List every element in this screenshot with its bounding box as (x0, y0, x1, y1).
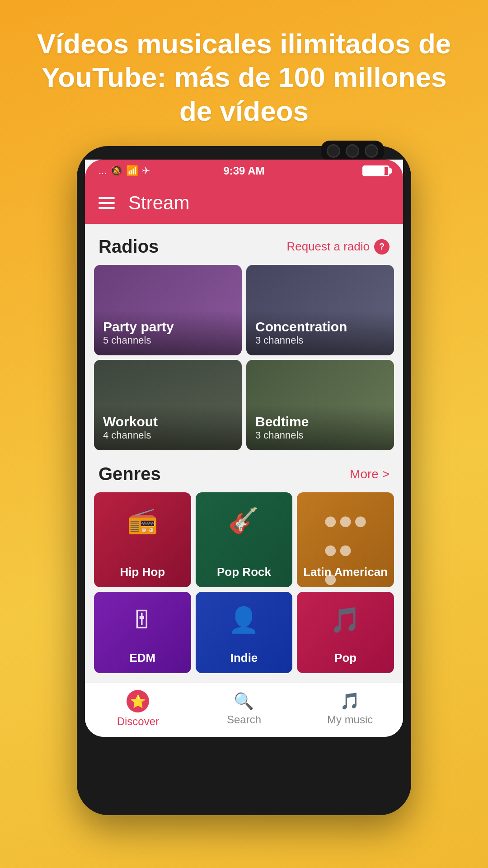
radios-title: Radios (99, 236, 159, 257)
genre-card-indie[interactable]: 👤 Indie (196, 592, 293, 673)
radio-card-party[interactable]: Party party 5 channels (94, 265, 242, 355)
radio-card-workout-channels: 4 channels (103, 429, 233, 441)
discover-icon: ⭐ (130, 694, 146, 709)
airplane-icon: ✈ (142, 165, 150, 177)
camera-lens-3 (365, 144, 378, 158)
app-header: Stream (85, 182, 403, 224)
help-icon: ? (374, 239, 389, 255)
genre-card-poprock[interactable]: 🎸 Pop Rock (196, 492, 293, 587)
mymusic-label: My music (327, 713, 373, 726)
hamburger-line-1 (99, 197, 115, 199)
genre-card-latin[interactable]: ●●●●●● Latin American (297, 492, 394, 587)
genre-card-pop[interactable]: 🎵 Pop (297, 592, 394, 673)
radio-card-bedtime-channels: 3 channels (255, 429, 385, 441)
hiphop-label: Hip Hop (120, 565, 165, 579)
hamburger-line-3 (99, 207, 115, 209)
battery-icon (362, 165, 389, 176)
discover-label: Discover (117, 715, 159, 728)
search-label: Search (227, 713, 261, 726)
radio-card-concentration-channels: 3 channels (255, 335, 385, 346)
edm-icon: 🎚 (130, 605, 155, 634)
radios-section-header: Radios Request a radio ? (85, 224, 403, 265)
genre-card-edm[interactable]: 🎚 EDM (94, 592, 191, 673)
status-dots: ... (99, 165, 107, 177)
status-bar: ... 🔕 📶 ✈ 9:39 AM (85, 160, 403, 182)
camera-bump (321, 141, 384, 161)
request-radio-label: Request a radio (286, 240, 370, 254)
radio-card-bedtime-label: Bedtime 3 channels (246, 405, 394, 450)
poprock-icon: 🎸 (228, 506, 259, 535)
genres-title: Genres (99, 464, 161, 484)
camera-lens-1 (327, 144, 340, 158)
genres-section-header: Genres More > (85, 459, 403, 492)
discover-icon-wrap: ⭐ (127, 690, 149, 712)
promo-headline: Vídeos musicales ilimitados de YouTube: … (0, 0, 488, 146)
radio-card-workout-name: Workout (103, 414, 233, 429)
app-title: Stream (128, 192, 189, 214)
bottom-nav: ⭐ Discover 🔍 Search 🎵 My music (85, 682, 403, 737)
app-body: Radios Request a radio ? Party party 5 c… (85, 224, 403, 682)
nav-item-discover[interactable]: ⭐ Discover (111, 690, 165, 728)
mute-icon: 🔕 (110, 165, 122, 177)
hamburger-line-2 (99, 202, 115, 204)
phone-frame: ... 🔕 📶 ✈ 9:39 AM Stream (77, 146, 411, 815)
hiphop-icon: 📻 (127, 506, 158, 535)
wifi-icon: 📶 (126, 165, 138, 177)
radio-card-bedtime[interactable]: Bedtime 3 channels (246, 360, 394, 450)
radio-card-workout-label: Workout 4 channels (94, 405, 242, 450)
radio-card-party-name: Party party (103, 319, 233, 335)
genres-more-link[interactable]: More > (350, 467, 389, 481)
battery-fill (364, 167, 385, 175)
search-icon: 🔍 (234, 692, 254, 711)
radio-card-workout[interactable]: Workout 4 channels (94, 360, 242, 450)
indie-label: Indie (230, 651, 258, 665)
radio-card-concentration-name: Concentration (255, 319, 385, 335)
radio-card-party-label: Party party 5 channels (94, 310, 242, 355)
radio-card-concentration[interactable]: Concentration 3 channels (246, 265, 394, 355)
genre-grid: 📻 Hip Hop 🎸 Pop Rock ●●●●●● Latin Americ… (85, 492, 403, 678)
radio-card-party-channels: 5 channels (103, 335, 233, 346)
pop-icon: 🎵 (330, 605, 361, 635)
nav-item-mymusic[interactable]: 🎵 My music (323, 692, 377, 726)
latin-label: Latin American (303, 565, 388, 579)
camera-lens-2 (346, 144, 359, 158)
pop-label: Pop (334, 651, 357, 665)
status-icons-right (362, 165, 389, 176)
menu-button[interactable] (99, 197, 115, 209)
request-radio-button[interactable]: Request a radio ? (286, 239, 389, 255)
radio-grid: Party party 5 channels Concentration 3 c… (85, 265, 403, 459)
mymusic-icon: 🎵 (340, 692, 360, 711)
poprock-label: Pop Rock (217, 565, 271, 579)
radio-card-concentration-label: Concentration 3 channels (246, 310, 394, 355)
app-screen: ... 🔕 📶 ✈ 9:39 AM Stream (85, 160, 403, 737)
edm-label: EDM (129, 651, 155, 665)
status-time: 9:39 AM (223, 165, 264, 177)
nav-item-search[interactable]: 🔍 Search (217, 692, 271, 726)
indie-icon: 👤 (228, 605, 259, 635)
status-icons-left: ... 🔕 📶 ✈ (99, 165, 150, 177)
radio-card-bedtime-name: Bedtime (255, 414, 385, 429)
genre-card-hiphop[interactable]: 📻 Hip Hop (94, 492, 191, 587)
